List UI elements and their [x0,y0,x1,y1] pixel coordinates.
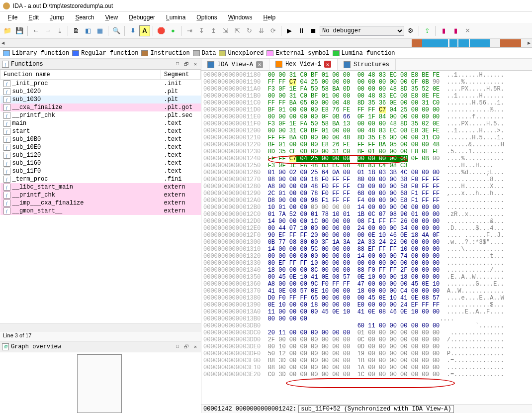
hex-row[interactable]: 0000000000001180 00 00 31 C0 BF 01 00 00… [201,72,532,79]
menu-lumina[interactable]: Lumina [161,13,190,22]
hex-row[interactable]: 00000000000012E0 00 44 07 10 00 00 00 00… [201,225,532,232]
col-segment[interactable]: Segment [161,70,201,80]
step4-icon[interactable]: ⇲ [220,25,231,36]
menu-search[interactable]: Search [70,13,99,22]
hex-row[interactable]: 00000000000012F0 90 EF FF FF 20 00 00 00… [201,232,532,239]
hex-row[interactable]: 0000000000001230 8D 35 CE 0D 00 00 31 C0… [201,148,532,155]
hex-icon[interactable]: ▦ [94,25,105,36]
stop2-icon[interactable]: ⏹ [308,25,319,36]
hex-row[interactable]: 0000000000001380 D0 F0 FF FF 65 00 00 00… [201,295,532,302]
hex-row[interactable]: 00000000000012D0 14 00 00 00 1C 00 00 00… [201,218,532,225]
pause-icon[interactable]: ⏸ [296,25,307,36]
hex-row[interactable]: 00000000000011A0 F3 0F 1E FA 50 58 BA 0D… [201,86,532,93]
hex-row[interactable]: 0000000000001350 00 45 0E 10 41 0E 08 57… [201,274,532,281]
lumina3-icon[interactable]: ✕ [462,25,473,36]
export-icon[interactable]: ⇪ [422,25,433,36]
function-row[interactable]: fsub_10E0.text [0,143,201,151]
lumina1-icon[interactable]: ▮ [438,25,449,36]
function-row[interactable]: fsub_1030.plt [0,96,201,103]
hex-row[interactable]: 00000000000011C0 FF FF BA 05 00 00 00 48… [201,100,532,106]
lumina2-icon[interactable]: ▮ [450,25,461,36]
hex-row[interactable]: 0000000000001260 01 00 02 00 25 64 0A 00… [201,169,532,176]
function-row[interactable]: fsub_1120.text [0,151,201,159]
graph-undock-icon[interactable]: □ [174,343,181,350]
nav-right-icon[interactable]: ▶ [526,39,532,47]
menu-debugger[interactable]: Debugger [124,13,160,22]
binary-icon[interactable]: ◧ [83,25,93,36]
function-row[interactable]: f__cxa_finalize.plt.got [0,103,201,111]
menu-jump[interactable]: Jump [45,13,69,22]
hscroll[interactable] [0,323,201,331]
hex-row[interactable]: 0000000000001360 A8 00 00 00 9C F0 FF FF… [201,281,532,288]
function-row[interactable]: fsub_1160.text [0,159,201,167]
hex-row[interactable]: 0000000000001390 0E 10 00 00 18 00 00 00… [201,302,532,309]
functions-list[interactable]: Function name Segment f_init_proc.initfs… [0,70,201,323]
function-row[interactable]: fsub_1020.plt [0,88,201,96]
hex-row[interactable]: 0000000000003E20 C0 3D 00 00 00 00 00 00… [201,371,532,378]
hex-row[interactable]: 0000000000001280 A8 00 00 00 48 F0 FF FF… [201,183,532,190]
hex-row[interactable]: 00000000000013B0 00 00 00 00 .... [201,315,532,322]
hex-row[interactable]: 0000000000001370 41 0E 08 57 0E 10 00 00… [201,288,532,295]
function-row[interactable]: f__printf_chk.plt.sec [0,111,201,119]
hex-row[interactable]: 0000000000001200 00 00 31 C0 BF 01 00 00… [201,127,532,134]
graph-close-icon[interactable]: ✕ [192,343,199,350]
function-row[interactable]: f__libc_start_mainextern [0,183,201,191]
hex-row[interactable]: 0000000000001330 80 EF FF FF 10 00 00 00… [201,260,532,267]
step1-icon[interactable]: ⇥ [184,25,195,36]
menu-windows[interactable]: Windows [223,13,258,22]
hex-row[interactable]: 0000000000003DD0 2F 00 00 00 00 00 00 00… [201,336,532,343]
hex-row[interactable]: 0000000000003E00 B8 3D 00 00 00 00 00 00… [201,357,532,364]
down-icon[interactable]: ⤓ [54,25,65,36]
nav-left-icon[interactable]: ◀ [0,39,6,47]
function-row[interactable]: f_term_proc.fini [0,175,201,183]
hex-row[interactable]: 0000000000001340 18 00 00 00 8C 00 00 00… [201,267,532,274]
debugger-select[interactable]: No debugger [320,26,404,36]
hex-row[interactable]: 00000000000011F0 F3 0F 1E FA 50 58 BA 13… [201,120,532,127]
step7-icon[interactable]: ⇊ [256,25,266,36]
graph-max-icon[interactable]: 🗗 [183,343,190,350]
tab-hex-view-1[interactable]: Hex View-1✕ [269,59,338,70]
tab-ida-view-a[interactable]: IDA View-A✕ [201,59,269,70]
play-icon[interactable]: ▶ [284,25,295,36]
hex-view[interactable]: 0000000000001180 00 00 31 C0 BF 01 00 00… [201,71,532,404]
hex-row[interactable]: 0000000000003DE0 00 10 00 00 00 00 00 00… [201,343,532,350]
hex-row[interactable]: 00000000000012C0 01 7A 52 00 01 78 10 01… [201,211,532,218]
fwd-icon[interactable]: → [42,25,53,36]
text-icon[interactable]: 🗎 [71,25,82,36]
menu-file[interactable]: File [3,13,22,22]
hex-row[interactable]: 0000000000003DB0 60 11 00 00 00 00 00 00… [201,322,532,329]
menu-help[interactable]: Help [258,13,280,22]
step8-icon[interactable]: ⟳ [267,25,278,36]
hex-row[interactable]: 0000000000001190 FF FF C7 04 25 00 00 00… [201,79,532,86]
panel-close-icon[interactable]: ✕ [192,61,199,68]
hex-row[interactable]: 0000000000001250 F3 0F 1E FA 48 83 EC 08… [201,162,532,169]
hex-row[interactable]: 0000000000003E10 08 00 00 00 00 00 00 00… [201,364,532,371]
hex-row[interactable]: 0000000000001320 00 00 00 00 00 00 00 00… [201,253,532,260]
hex-row[interactable]: 0000000000001290 2C 01 00 00 78 F0 FF FF… [201,190,532,197]
step5-icon[interactable]: ⇱ [232,25,243,36]
menu-edit[interactable]: Edit [23,13,44,22]
function-row[interactable]: f__gmon_start__extern [0,207,201,215]
function-row[interactable]: fsub_11F0.text [0,167,201,175]
search-icon[interactable]: 🔍 [111,25,122,36]
function-row[interactable]: f_init_proc.init [0,80,201,88]
function-row[interactable]: fstart.text [0,127,201,135]
hex-row[interactable]: 0000000000003DF0 50 12 00 00 00 00 00 00… [201,350,532,357]
hex-row[interactable]: 0000000000003DC0 20 11 00 00 00 00 00 00… [201,329,532,336]
down2-icon[interactable]: ⬇ [127,25,138,36]
col-name[interactable]: Function name [0,70,161,80]
step2-icon[interactable]: ↧ [196,25,207,36]
stop-icon[interactable]: 🛑 [156,25,167,36]
function-row[interactable]: f__printf_chkextern [0,191,201,199]
hex-row[interactable]: 0000000000001220 BF 01 00 00 00 E8 26 FE… [201,141,532,148]
hex-row[interactable]: 00000000000011B0 00 00 31 C0 BF 01 00 00… [201,93,532,100]
tab-structures[interactable]: Structures [338,59,396,70]
hex-row[interactable]: 00000000000011E0 00 00 00 00 00 0F 0B 66… [201,113,532,120]
hex-row[interactable]: 00000000000012A0 D8 00 00 00 98 F1 FF FF… [201,197,532,204]
menu-view[interactable]: View [100,13,123,22]
hex-row[interactable]: 00000000000012B0 10 01 00 00 00 00 00 00… [201,204,532,211]
navigation-band[interactable]: ◀ ▶ [0,39,532,48]
panel-max-icon[interactable]: 🗗 [183,61,190,68]
open-icon[interactable]: 📁 [2,25,13,36]
graph-body[interactable] [0,352,201,413]
